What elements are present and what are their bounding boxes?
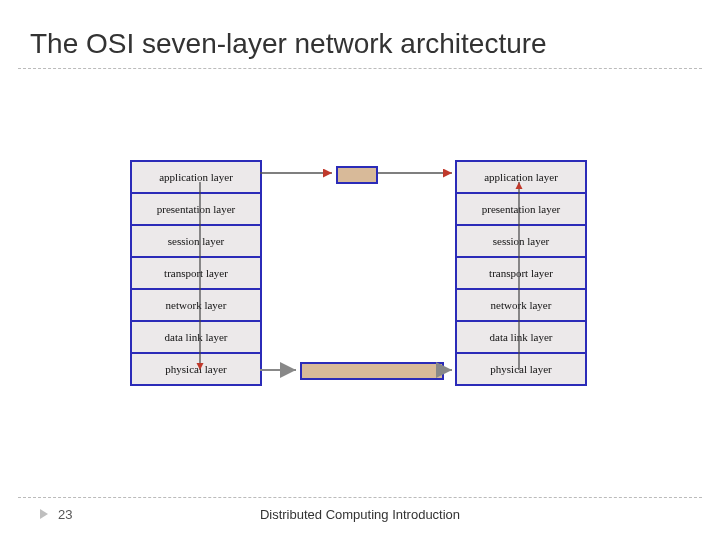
layer-cell: network layer (457, 290, 585, 322)
osi-stack-right: application layer presentation layer ses… (455, 160, 587, 386)
layer-cell: physical layer (457, 354, 585, 384)
layer-cell: presentation layer (132, 194, 260, 226)
layer-cell: session layer (132, 226, 260, 258)
layer-cell: application layer (132, 162, 260, 194)
osi-stack-left: application layer presentation layer ses… (130, 160, 262, 386)
layer-cell: application layer (457, 162, 585, 194)
layer-cell: session layer (457, 226, 585, 258)
layer-cell: data link layer (132, 322, 260, 354)
divider-top (18, 68, 702, 69)
layer-cell: transport layer (132, 258, 260, 290)
packet-bottom (300, 362, 444, 380)
slide-title: The OSI seven-layer network architecture (30, 28, 547, 60)
layer-cell: physical layer (132, 354, 260, 384)
slide-footer: Distributed Computing Introduction (0, 507, 720, 522)
layer-cell: data link layer (457, 322, 585, 354)
packet-top (336, 166, 378, 184)
arrows-svg (0, 0, 720, 540)
layer-cell: network layer (132, 290, 260, 322)
layer-cell: presentation layer (457, 194, 585, 226)
layer-cell: transport layer (457, 258, 585, 290)
divider-bottom (18, 497, 702, 498)
